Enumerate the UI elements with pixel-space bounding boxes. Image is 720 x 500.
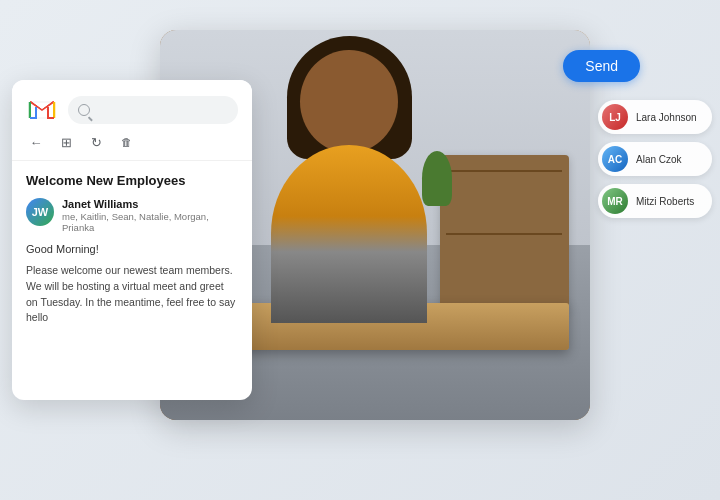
gmail-card: ← ⊞ ↻ 🗑 Welcome New Employees JW Janet W… bbox=[12, 80, 252, 400]
person-body bbox=[271, 145, 428, 322]
delete-button[interactable]: 🗑 bbox=[118, 134, 134, 150]
gmail-logo-search-row bbox=[26, 94, 238, 126]
sender-name: Janet Williams bbox=[62, 198, 238, 210]
sender-info: Janet Williams me, Kaitlin, Sean, Natali… bbox=[62, 198, 238, 233]
refresh-button[interactable]: ↻ bbox=[88, 134, 104, 150]
scene: ← ⊞ ↻ 🗑 Welcome New Employees JW Janet W… bbox=[0, 0, 720, 500]
recipient-name-mitzi: Mitzi Roberts bbox=[636, 196, 694, 207]
gmail-logo-icon bbox=[26, 94, 58, 126]
recipient-item-mitzi[interactable]: MRMitzi Roberts bbox=[598, 184, 712, 218]
recipient-avatar-mitzi: MR bbox=[602, 188, 628, 214]
recipient-item-alan[interactable]: ACAlan Czok bbox=[598, 142, 712, 176]
recipient-avatar-lara: LJ bbox=[602, 104, 628, 130]
gmail-header: ← ⊞ ↻ 🗑 bbox=[12, 80, 252, 161]
email-greeting: Good Morning! bbox=[26, 243, 238, 255]
sender-to: me, Kaitlin, Sean, Natalie, Morgan, Pria… bbox=[62, 211, 238, 233]
person-silhouette bbox=[237, 50, 461, 323]
back-button[interactable]: ← bbox=[28, 134, 44, 150]
gmail-toolbar: ← ⊞ ↻ 🗑 bbox=[26, 134, 238, 150]
recipient-item-lara[interactable]: LJLara Johnson bbox=[598, 100, 712, 134]
person-head bbox=[300, 50, 398, 154]
recipient-name-alan: Alan Czok bbox=[636, 154, 682, 165]
search-icon bbox=[78, 104, 90, 116]
recipient-name-lara: Lara Johnson bbox=[636, 112, 697, 123]
gmail-body: Welcome New Employees JW Janet Williams … bbox=[12, 161, 252, 338]
email-sender-row: JW Janet Williams me, Kaitlin, Sean, Nat… bbox=[26, 198, 238, 233]
email-body-text: Please welcome our newest team members. … bbox=[26, 263, 238, 326]
recipient-avatar-alan: AC bbox=[602, 146, 628, 172]
send-button[interactable]: Send bbox=[563, 50, 640, 82]
archive-button[interactable]: ⊞ bbox=[58, 134, 74, 150]
email-subject: Welcome New Employees bbox=[26, 173, 238, 188]
sender-avatar: JW bbox=[26, 198, 54, 226]
gmail-search-bar[interactable] bbox=[68, 96, 238, 124]
recipients-panel: LJLara JohnsonACAlan CzokMRMitzi Roberts bbox=[590, 100, 720, 218]
